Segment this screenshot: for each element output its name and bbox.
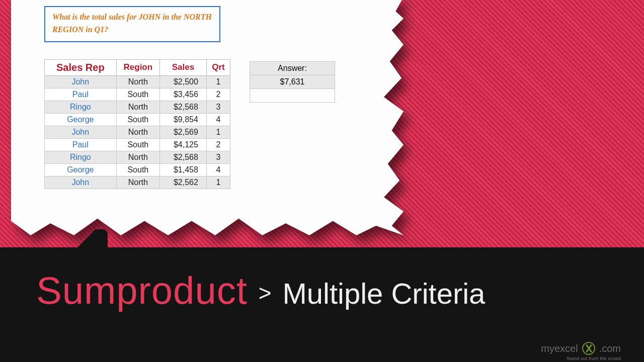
- brand-logo-icon: [582, 342, 595, 355]
- title-separator: >: [259, 281, 272, 306]
- cell-region: South: [116, 113, 159, 126]
- cell-qrt: 1: [206, 75, 230, 88]
- question-text: What is the total sales for JOHN in the …: [52, 13, 212, 34]
- cell-qrt: 3: [206, 101, 230, 113]
- brand: myexcel .com Stand out from the crowd: [541, 342, 621, 355]
- cell-rep: John: [45, 75, 117, 88]
- cell-sales: $2,569: [160, 126, 207, 138]
- brand-text-left: myexcel: [541, 343, 578, 354]
- cell-region: North: [116, 75, 159, 88]
- cell-rep: Ringo: [45, 101, 117, 113]
- cell-qrt: 3: [206, 151, 230, 163]
- title-main: Sumproduct: [36, 268, 248, 312]
- brand-text-right: .com: [599, 343, 621, 354]
- col-header-sales: Sales: [160, 59, 207, 75]
- cell-rep: Paul: [45, 138, 117, 151]
- cell-qrt: 1: [206, 126, 230, 138]
- answer-box: Answer: $7,631: [250, 61, 335, 103]
- table-row: GeorgeSouth$9,8544: [45, 113, 230, 126]
- cell-sales: $2,568: [160, 151, 207, 163]
- cell-rep: Ringo: [45, 151, 117, 163]
- cell-rep: John: [45, 176, 117, 189]
- question-box: What is the total sales for JOHN in the …: [44, 6, 220, 42]
- cell-region: North: [116, 176, 159, 189]
- table-row: GeorgeSouth$1,4584: [45, 163, 230, 176]
- col-header-rep: Sales Rep: [45, 59, 117, 75]
- cell-qrt: 4: [206, 113, 230, 126]
- cell-region: South: [116, 138, 159, 151]
- cell-region: North: [116, 126, 159, 138]
- answer-label: Answer:: [278, 64, 307, 72]
- table-row: JohnNorth$2,5691: [45, 126, 230, 138]
- col-header-region: Region: [116, 59, 159, 75]
- table-row: RingoNorth$2,5683: [45, 151, 230, 163]
- title-sub: Multiple Criteria: [282, 277, 485, 310]
- cell-qrt: 4: [206, 163, 230, 176]
- cell-qrt: 1: [206, 176, 230, 189]
- answer-empty-cell: [250, 89, 335, 102]
- cell-qrt: 2: [206, 138, 230, 151]
- paper-sheet: What is the total sales for JOHN in the …: [11, 0, 404, 235]
- cell-region: North: [116, 151, 159, 163]
- cell-rep: George: [45, 113, 117, 126]
- cell-sales: $3,456: [160, 88, 207, 101]
- title-notch: [61, 229, 108, 249]
- col-header-qrt: Qrt: [206, 59, 230, 75]
- sales-table: Sales Rep Region Sales Qrt JohnNorth$2,5…: [44, 59, 230, 189]
- cell-sales: $1,458: [160, 163, 207, 176]
- cell-rep: Paul: [45, 88, 117, 101]
- cell-qrt: 2: [206, 88, 230, 101]
- table-row: PaulSouth$3,4562: [45, 88, 230, 101]
- answer-value: $7,631: [280, 77, 305, 86]
- cell-region: South: [116, 88, 159, 101]
- brand-tagline: Stand out from the crowd: [567, 356, 621, 361]
- cell-rep: George: [45, 163, 117, 176]
- cell-region: South: [116, 163, 159, 176]
- cell-sales: $4,125: [160, 138, 207, 151]
- table-row: JohnNorth$2,5621: [45, 176, 230, 189]
- table-row: JohnNorth$2,5001: [45, 75, 230, 88]
- table-row: PaulSouth$4,1252: [45, 138, 230, 151]
- cell-rep: John: [45, 126, 117, 138]
- cell-sales: $9,854: [160, 113, 207, 126]
- table-row: RingoNorth$2,5683: [45, 101, 230, 113]
- cell-sales: $2,500: [160, 75, 207, 88]
- cell-region: North: [116, 101, 159, 113]
- cell-sales: $2,562: [160, 176, 207, 189]
- title-band: Sumproduct > Multiple Criteria myexcel .…: [0, 247, 644, 362]
- cell-sales: $2,568: [160, 101, 207, 113]
